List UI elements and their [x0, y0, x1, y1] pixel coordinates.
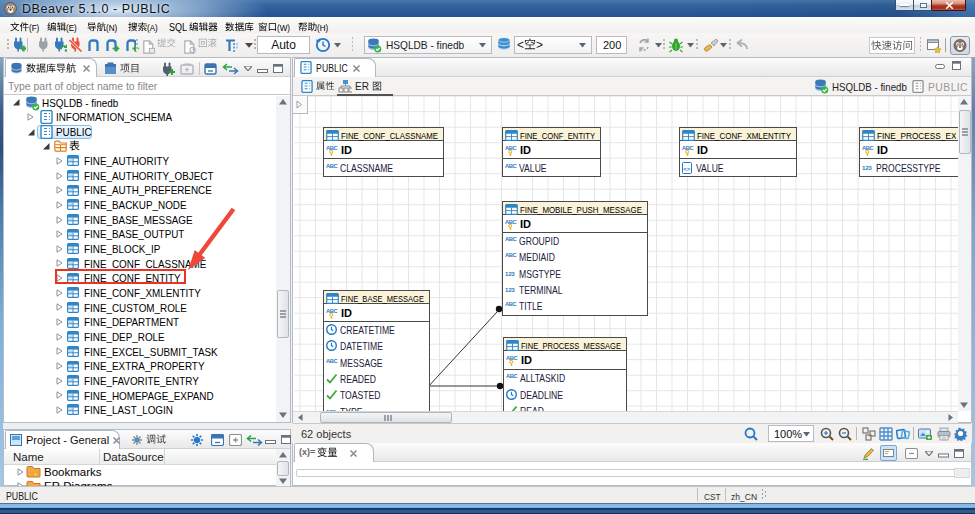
svg-text:FINE_MOBILE_PUSH_MESSAGE: FINE_MOBILE_PUSH_MESSAGE — [520, 204, 642, 215]
svg-text:FINE_PROCESS_EXEC: FINE_PROCESS_EXEC — [877, 130, 956, 141]
svg-text:123: 123 — [505, 269, 515, 276]
svg-text:FINE_CONF_XMLENTITY: FINE_CONF_XMLENTITY — [697, 130, 791, 141]
svg-text:FINE_BASE_MESSAGE: FINE_BASE_MESSAGE — [341, 293, 424, 304]
svg-text:<>: <> — [683, 165, 691, 171]
svg-text:123: 123 — [862, 163, 872, 170]
svg-text:ABC: ABC — [505, 252, 517, 258]
svg-text:ABC: ABC — [326, 358, 338, 364]
svg-text:FINE_CONF_ENTITY: FINE_CONF_ENTITY — [520, 130, 595, 141]
svg-text:ABC: ABC — [326, 163, 338, 169]
svg-text:ABC: ABC — [506, 373, 518, 379]
svg-text:FINE_PROCESS_MESSAGE: FINE_PROCESS_MESSAGE — [521, 340, 621, 351]
svg-text:FINE_CONF_CLASSNAME: FINE_CONF_CLASSNAME — [341, 130, 438, 141]
svg-text:ABC: ABC — [505, 163, 517, 169]
svg-text:ABC: ABC — [505, 301, 517, 307]
svg-text:ABC: ABC — [505, 236, 517, 242]
svg-text:123: 123 — [505, 286, 515, 293]
